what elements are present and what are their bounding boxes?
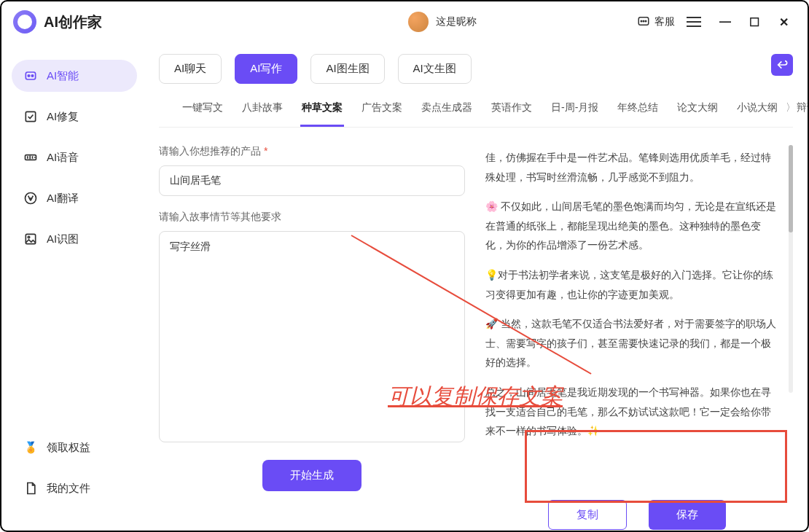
sidebar: AI智能 AI修复 AI语音 AI翻译 AI识图 🏅 领取权益 xyxy=(1,42,147,531)
sub-tab[interactable]: 年终总结 xyxy=(616,94,660,127)
copy-button[interactable]: 复制 xyxy=(548,500,627,530)
translate-icon xyxy=(23,191,38,206)
file-icon xyxy=(23,481,38,496)
sub-tab[interactable]: 广告文案 xyxy=(360,94,404,127)
svg-point-5 xyxy=(28,75,30,77)
output-paragraph: 总之，山间居毛笔是我近期发现的一个书写神器。如果你也在寻找一支适合自己的毛笔，那… xyxy=(485,383,778,441)
support-icon xyxy=(637,15,650,30)
svg-point-11 xyxy=(28,236,30,238)
sub-tab[interactable]: 日-周-月报 xyxy=(550,94,600,127)
nickname: 这是昵称 xyxy=(436,15,477,28)
detail-label: 请输入故事情节等其他要求 xyxy=(159,211,465,224)
mode-tab-text2img[interactable]: AI文生图 xyxy=(398,54,472,84)
sidebar-item-label: AI翻译 xyxy=(47,192,79,206)
support-button[interactable]: 客服 xyxy=(637,15,675,30)
sub-tabs: 一键写文 八卦故事 种草文案 广告文案 卖点生成器 英语作文 日-周-月报 年终… xyxy=(159,94,793,128)
app-logo-icon xyxy=(13,10,36,34)
sidebar-item-translate[interactable]: AI翻译 xyxy=(12,182,137,214)
product-input[interactable] xyxy=(159,165,465,196)
voice-icon xyxy=(23,150,38,165)
maximize-button[interactable]: ☐ xyxy=(748,15,761,28)
sub-tab[interactable]: 一键写文 xyxy=(181,94,224,127)
svg-point-6 xyxy=(31,75,34,77)
menu-icon[interactable] xyxy=(687,17,701,27)
sidebar-item-label: 我的文件 xyxy=(47,482,90,496)
content-area: AI聊天 AI写作 AI图生图 AI文生图 一键写文 八卦故事 种草文案 广告文… xyxy=(147,42,808,531)
output-paragraph: 🌸 不仅如此，山间居毛笔的墨色饱满而均匀，无论是在宣纸还是在普通的纸张上，都能呈… xyxy=(485,197,778,255)
generate-button[interactable]: 开始生成 xyxy=(262,460,361,491)
sub-tab[interactable]: 种草文案 xyxy=(300,94,344,127)
sub-tab[interactable]: 卖点生成器 xyxy=(420,94,474,127)
svg-point-3 xyxy=(645,20,646,22)
svg-rect-10 xyxy=(26,234,35,243)
medal-icon: 🏅 xyxy=(23,440,38,455)
mode-tab-img2img[interactable]: AI图生图 xyxy=(310,54,384,84)
sidebar-item-label: AI语音 xyxy=(47,151,79,165)
avatar xyxy=(408,12,429,32)
svg-point-2 xyxy=(643,20,644,22)
svg-rect-7 xyxy=(26,112,35,121)
chevron-right-icon[interactable]: 〉 xyxy=(786,101,796,114)
output-text[interactable]: 佳，仿佛握在手中是一件艺术品。笔锋则选用优质羊毛，经过特殊处理，书写时丝滑流畅，… xyxy=(485,148,789,488)
sidebar-item-image[interactable]: AI识图 xyxy=(12,223,137,255)
sidebar-item-files[interactable]: 我的文件 xyxy=(12,472,137,504)
detail-textarea[interactable] xyxy=(159,231,465,442)
sidebar-item-voice[interactable]: AI语音 xyxy=(12,141,137,173)
mode-tabs: AI聊天 AI写作 AI图生图 AI文生图 xyxy=(159,54,793,84)
sidebar-item-label: AI智能 xyxy=(47,69,79,83)
output-paragraph: 🚀 当然，这款毛笔不仅适合书法爱好者，对于需要签字的职场人士、需要写字的孩子们，… xyxy=(485,314,778,372)
sidebar-item-rewards[interactable]: 🏅 领取权益 xyxy=(12,431,137,463)
sidebar-item-label: AI修复 xyxy=(47,110,79,124)
repair-icon xyxy=(23,109,38,124)
save-button[interactable]: 保存 xyxy=(649,500,726,530)
sub-tab[interactable]: 论文大纲 xyxy=(676,94,719,127)
svg-point-1 xyxy=(641,20,642,22)
minimize-button[interactable]: — xyxy=(719,15,732,28)
image-icon xyxy=(23,232,38,246)
output-paragraph: 💡对于书法初学者来说，这支笔是极好的入门选择。它让你的练习变得更加有趣，也让你的… xyxy=(485,265,778,304)
close-button[interactable]: ✕ xyxy=(777,15,790,28)
titlebar: AI创作家 这是昵称 客服 — ☐ ✕ xyxy=(1,1,808,42)
scrollbar[interactable] xyxy=(789,145,793,393)
sparkle-icon xyxy=(23,69,38,83)
sub-tab[interactable]: 英语作文 xyxy=(490,94,534,127)
user-block[interactable]: 这是昵称 xyxy=(408,12,477,32)
product-label: 请输入你想推荐的产品* xyxy=(159,145,465,158)
svg-rect-4 xyxy=(26,72,35,79)
sidebar-item-label: 领取权益 xyxy=(47,441,90,455)
support-label: 客服 xyxy=(654,15,675,28)
input-panel: 请输入你想推荐的产品* 请输入故事情节等其他要求 开始生成 xyxy=(159,145,465,531)
sub-tab[interactable]: 辩论稿 xyxy=(795,94,808,127)
output-panel: 佳，仿佛握在手中是一件艺术品。笔锋则选用优质羊毛，经过特殊处理，书写时丝滑流畅，… xyxy=(478,145,793,531)
sub-tab[interactable]: 八卦故事 xyxy=(241,94,284,127)
sidebar-item-label: AI识图 xyxy=(47,232,79,246)
sidebar-item-ai-smart[interactable]: AI智能 xyxy=(12,60,137,92)
mode-tab-write[interactable]: AI写作 xyxy=(235,54,297,84)
output-paragraph: 佳，仿佛握在手中是一件艺术品。笔锋则选用优质羊毛，经过特殊处理，书写时丝滑流畅，… xyxy=(485,148,778,187)
app-title: AI创作家 xyxy=(44,12,102,32)
sub-tab[interactable]: 小说大纲 xyxy=(735,94,779,127)
sidebar-item-repair[interactable]: AI修复 xyxy=(12,101,137,133)
mode-tab-chat[interactable]: AI聊天 xyxy=(159,54,222,84)
feedback-button[interactable] xyxy=(771,54,793,76)
